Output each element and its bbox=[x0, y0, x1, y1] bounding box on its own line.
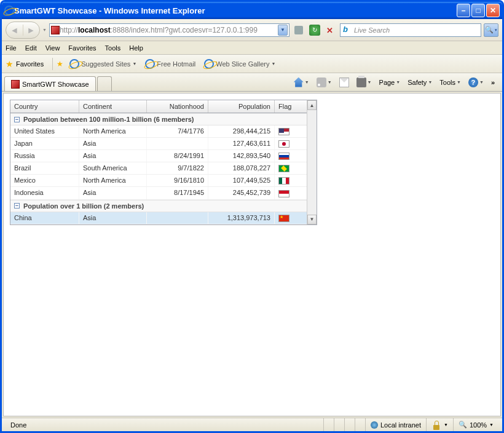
address-dropdown-icon[interactable]: ▼ bbox=[278, 25, 288, 36]
rss-button[interactable]: ▼ bbox=[314, 77, 334, 87]
tools-label: Tools bbox=[439, 79, 455, 86]
bing-icon bbox=[343, 26, 352, 34]
status-seg bbox=[334, 418, 344, 431]
search-input[interactable]: Live Search bbox=[340, 23, 481, 37]
page-menu[interactable]: Page▼ bbox=[377, 79, 403, 86]
menu-file[interactable]: File bbox=[6, 44, 17, 52]
group-header-1[interactable]: − Population between 100 million-1 billi… bbox=[10, 113, 307, 125]
col-header-country[interactable]: Country bbox=[10, 100, 79, 113]
suggested-sites-link[interactable]: Suggested Sites ▼ bbox=[67, 58, 139, 70]
cell-nationhood: 8/17/1945 bbox=[147, 187, 208, 199]
new-tab-button[interactable] bbox=[97, 76, 112, 91]
cell-flag bbox=[275, 212, 299, 224]
grid-scrollbar[interactable]: ▲ ▼ bbox=[307, 100, 317, 224]
scroll-up-icon[interactable]: ▲ bbox=[307, 100, 317, 110]
cell-continent: North America bbox=[79, 175, 147, 186]
cell-population: 127,463,611 bbox=[208, 138, 275, 149]
group-header-2[interactable]: − Population over 1 billion (2 members) bbox=[10, 200, 307, 212]
free-hotmail-link[interactable]: Free Hotmail bbox=[143, 58, 198, 70]
close-button[interactable]: ✕ bbox=[486, 4, 500, 17]
cell-nationhood: 8/24/1991 bbox=[147, 150, 208, 162]
more-tools-icon[interactable]: » bbox=[489, 79, 497, 86]
web-slice-link[interactable]: Web Slice Gallery ▼ bbox=[202, 58, 278, 70]
menu-favorites[interactable]: Favorites bbox=[68, 44, 96, 52]
favorites-label: Favorites bbox=[16, 60, 44, 68]
zone-label: Local intranet bbox=[380, 421, 421, 429]
ie-mini-icon bbox=[69, 59, 79, 69]
favorites-bar: ★ Favorites ★ Suggested Sites ▼ Free Hot… bbox=[2, 55, 502, 73]
chevron-down-icon: ▼ bbox=[132, 62, 136, 66]
cell-nationhood bbox=[147, 138, 208, 149]
address-bar[interactable]: http:// localhost :8888/index.html?gwt.c… bbox=[49, 23, 289, 37]
rss-icon bbox=[317, 77, 326, 87]
cell-country: United States bbox=[10, 125, 79, 137]
mail-button[interactable] bbox=[337, 77, 352, 87]
print-button[interactable]: ▼ bbox=[354, 77, 374, 87]
minimize-button[interactable]: – bbox=[457, 4, 470, 17]
status-seg bbox=[344, 418, 355, 431]
back-icon[interactable]: ◄ bbox=[10, 25, 19, 35]
scroll-down-icon[interactable]: ▼ bbox=[307, 215, 317, 224]
menu-tools[interactable]: Tools bbox=[105, 44, 121, 52]
flag-icon bbox=[278, 177, 289, 185]
mail-icon bbox=[339, 77, 349, 87]
refresh-button[interactable]: ↻ bbox=[308, 23, 321, 37]
cell-flag bbox=[275, 138, 299, 149]
flag-icon bbox=[278, 165, 289, 172]
help-button[interactable]: ?▼ bbox=[466, 77, 486, 87]
collapse-icon[interactable]: − bbox=[14, 203, 20, 209]
tools-menu[interactable]: Tools▼ bbox=[437, 79, 463, 86]
cell-flag bbox=[275, 187, 299, 199]
add-favorite-icon[interactable]: ★ bbox=[57, 60, 63, 68]
search-button[interactable]: 🔍▾ bbox=[484, 23, 498, 37]
forward-icon[interactable]: ► bbox=[27, 25, 36, 35]
stop-button[interactable]: ✕ bbox=[324, 23, 337, 37]
cell-population: 245,452,739 bbox=[208, 187, 275, 199]
protected-mode-button[interactable]: ▼ bbox=[426, 418, 453, 431]
titlebar[interactable]: SmartGWT Showcase - Windows Internet Exp… bbox=[2, 2, 502, 19]
home-button[interactable]: ▼ bbox=[291, 77, 312, 87]
table-row[interactable]: RussiaAsia8/24/1991142,893,540 bbox=[10, 150, 307, 162]
flag-icon bbox=[278, 153, 289, 160]
table-row[interactable]: MexicoNorth America9/16/1810107,449,525 bbox=[10, 175, 307, 187]
page-label: Page bbox=[379, 79, 395, 86]
back-forward-group[interactable]: ◄ ► bbox=[6, 22, 40, 39]
cell-flag bbox=[275, 150, 299, 162]
group-1-label: Population between 100 million-1 billion… bbox=[23, 116, 194, 123]
cell-nationhood: 9/7/1822 bbox=[147, 162, 208, 174]
col-header-continent[interactable]: Continent bbox=[79, 100, 147, 113]
cell-population: 107,449,525 bbox=[208, 175, 275, 186]
status-zone[interactable]: Local intranet bbox=[365, 418, 426, 431]
col-header-flag[interactable]: Flag bbox=[275, 100, 299, 113]
table-row[interactable]: BrazilSouth America9/7/1822188,078,227 bbox=[10, 162, 307, 175]
url-path: :8888/index.html?gwt.codesvr=127.0.0.1:9… bbox=[111, 26, 278, 34]
ie-mini-icon bbox=[204, 59, 214, 69]
cell-flag bbox=[275, 175, 299, 186]
safety-menu[interactable]: Safety▼ bbox=[405, 79, 435, 86]
menu-help[interactable]: Help bbox=[129, 44, 143, 52]
page-content: Country Continent Nationhood Population … bbox=[3, 93, 501, 416]
cell-country: Japan bbox=[10, 138, 79, 149]
nav-toolbar: ◄ ► ▼ http:// localhost :8888/index.html… bbox=[2, 19, 502, 41]
status-bar: Done Local intranet ▼ 🔍 100% ▼ bbox=[2, 418, 502, 431]
col-header-nationhood[interactable]: Nationhood bbox=[147, 100, 208, 113]
table-row[interactable]: ChinaAsia1,313,973,713 bbox=[10, 212, 307, 224]
collapse-icon[interactable]: − bbox=[14, 117, 20, 122]
favorites-button[interactable]: ★ Favorites bbox=[6, 59, 44, 69]
col-header-population[interactable]: Population bbox=[208, 100, 275, 113]
menu-view[interactable]: View bbox=[45, 44, 60, 52]
table-row[interactable]: United StatesNorth America7/4/1776298,44… bbox=[10, 125, 307, 138]
table-row[interactable]: IndonesiaAsia8/17/1945245,452,739 bbox=[10, 187, 307, 199]
cell-continent: Asia bbox=[79, 187, 147, 199]
table-row[interactable]: JapanAsia127,463,611 bbox=[10, 138, 307, 150]
nav-dropdown-icon[interactable]: ▼ bbox=[42, 28, 47, 32]
cell-continent: Asia bbox=[79, 212, 147, 224]
zoom-label: 100% bbox=[470, 421, 487, 429]
tab-smartgwt-showcase[interactable]: SmartGWT Showcase bbox=[4, 76, 96, 91]
compat-view-button[interactable] bbox=[292, 23, 305, 37]
menu-edit[interactable]: Edit bbox=[25, 44, 37, 52]
scroll-track[interactable] bbox=[307, 110, 317, 215]
cell-continent: South America bbox=[79, 162, 147, 174]
maximize-button[interactable]: □ bbox=[471, 4, 485, 17]
zoom-button[interactable]: 🔍 100% ▼ bbox=[453, 418, 498, 431]
